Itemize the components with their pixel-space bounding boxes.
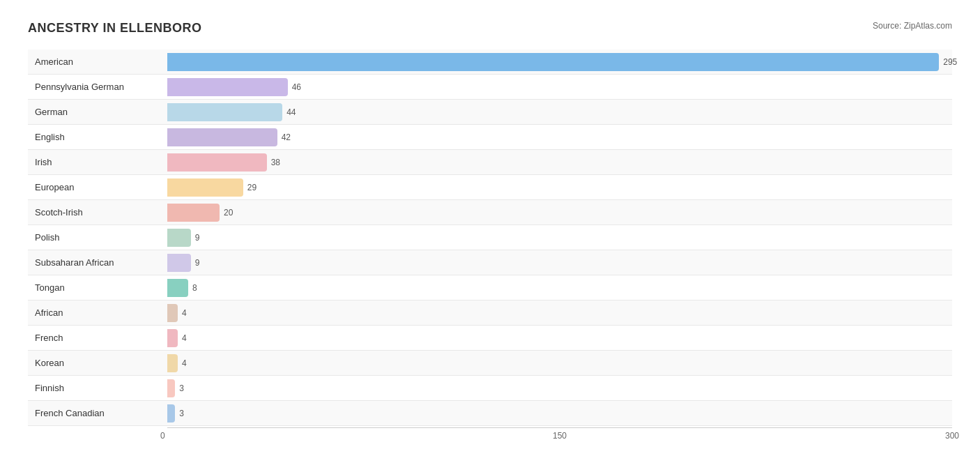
bar-fill	[167, 178, 243, 197]
bar-label: Polish	[28, 232, 167, 243]
chart-title: ANCESTRY IN ELLENBORO	[28, 21, 202, 36]
bar-value-label: 42	[282, 128, 291, 146]
bar-value-label: 4	[182, 329, 187, 347]
bar-value-label: 38	[271, 153, 280, 172]
bar-row: Pennsylvania German46	[28, 75, 952, 100]
bar-label: Pennsylvania German	[28, 82, 167, 92]
x-axis: 0150300	[167, 427, 952, 441]
bar-value-label: 8	[192, 279, 197, 297]
bar-wrapper: 295	[167, 50, 952, 74]
bar-wrapper: 44	[167, 100, 952, 124]
bar-wrapper: 38	[167, 150, 952, 174]
bar-row: Scotch-Irish20	[28, 200, 952, 225]
bar-row: Finnish3	[28, 376, 952, 401]
bar-wrapper: 9	[167, 225, 952, 250]
bar-row: Subsaharan African9	[28, 250, 952, 275]
bar-fill	[167, 204, 220, 222]
bar-label: American	[28, 56, 167, 67]
bar-fill	[167, 379, 175, 397]
bar-row: French Canadian3	[28, 401, 952, 426]
bar-label: French Canadian	[28, 408, 167, 418]
bar-fill	[167, 128, 277, 146]
bar-fill	[167, 78, 288, 96]
bar-value-label: 9	[195, 229, 200, 247]
bar-wrapper: 4	[167, 351, 952, 375]
bar-label: Korean	[28, 358, 167, 368]
bar-wrapper: 8	[167, 275, 952, 300]
bar-value-label: 4	[182, 304, 187, 322]
bar-wrapper: 29	[167, 175, 952, 199]
bar-label: English	[28, 132, 167, 142]
bar-row: Irish38	[28, 150, 952, 175]
bar-fill	[167, 304, 178, 322]
bar-fill	[167, 229, 191, 247]
bar-row: American295	[28, 50, 952, 75]
bar-fill	[167, 279, 188, 297]
bar-value-label: 4	[182, 354, 187, 372]
bar-label: Finnish	[28, 383, 167, 393]
bar-wrapper: 42	[167, 125, 952, 149]
bar-wrapper: 4	[167, 300, 952, 325]
bar-fill	[167, 354, 178, 372]
bar-fill	[167, 153, 267, 172]
bar-row: German44	[28, 100, 952, 125]
bar-label: French	[28, 333, 167, 343]
bar-row: Tongan8	[28, 275, 952, 300]
bar-label: Tongan	[28, 282, 167, 293]
bar-label: Scotch-Irish	[28, 207, 167, 218]
bar-fill	[167, 103, 282, 121]
x-axis-tick: 150	[553, 431, 567, 441]
x-axis-tick: 0	[160, 431, 165, 441]
bar-label: African	[28, 307, 167, 318]
bar-row: English42	[28, 125, 952, 150]
bar-label: Subsaharan African	[28, 257, 167, 268]
bar-wrapper: 3	[167, 401, 952, 425]
bar-label: Irish	[28, 157, 167, 167]
bar-fill	[167, 53, 939, 71]
bars-container: American295Pennsylvania German46German44…	[28, 50, 952, 426]
bar-wrapper: 3	[167, 376, 952, 400]
chart-header: ANCESTRY IN ELLENBORO Source: ZipAtlas.c…	[28, 21, 952, 36]
x-axis-tick: 300	[945, 431, 959, 441]
chart-area: American295Pennsylvania German46German44…	[28, 50, 952, 441]
bar-value-label: 9	[195, 254, 200, 272]
bar-value-label: 46	[292, 78, 301, 96]
bar-row: French4	[28, 326, 952, 351]
bar-fill	[167, 404, 175, 423]
bar-value-label: 3	[179, 404, 184, 423]
bar-row: African4	[28, 300, 952, 326]
bar-wrapper: 9	[167, 250, 952, 275]
bar-fill	[167, 329, 178, 347]
bar-value-label: 29	[247, 178, 257, 197]
bar-value-label: 20	[224, 204, 233, 222]
bar-row: Korean4	[28, 351, 952, 376]
bar-label: German	[28, 107, 167, 117]
bar-wrapper: 46	[167, 75, 952, 99]
bar-wrapper: 20	[167, 200, 952, 224]
bar-fill	[167, 254, 191, 272]
bar-value-label: 3	[179, 379, 184, 397]
bar-row: Polish9	[28, 225, 952, 250]
bar-wrapper: 4	[167, 326, 952, 350]
chart-container: ANCESTRY IN ELLENBORO Source: ZipAtlas.c…	[14, 14, 966, 449]
bar-row: European29	[28, 175, 952, 200]
chart-source: Source: ZipAtlas.com	[873, 21, 952, 31]
bar-label: European	[28, 182, 167, 192]
bar-value-label: 44	[286, 103, 296, 121]
bar-value-label: 295	[943, 53, 957, 71]
